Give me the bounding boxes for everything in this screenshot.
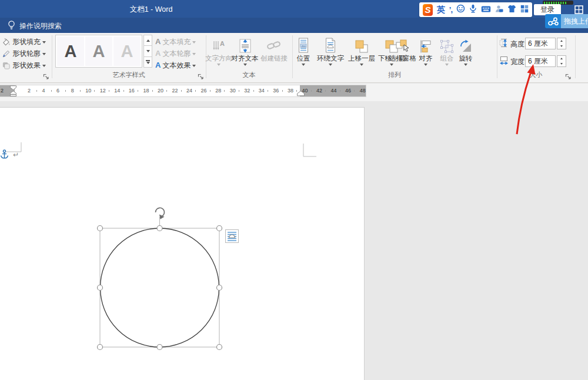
text-direction-icon: A [212, 34, 226, 54]
chevron-down-icon [424, 64, 427, 66]
group-separator [575, 35, 576, 78]
ime-punctuation-icon[interactable]: ’, [449, 5, 452, 14]
group-objects-label: 组合 [440, 55, 454, 62]
shape-outline-button[interactable]: 形状轮廓 [2, 48, 46, 59]
shape-width-icon [499, 56, 509, 68]
layout-options-button[interactable] [225, 229, 239, 243]
ime-language-mode[interactable]: 英 [437, 5, 445, 15]
align-text-button[interactable]: 对齐文本 [231, 34, 259, 66]
spin-up-button[interactable] [557, 56, 566, 61]
ime-voice-icon[interactable] [469, 4, 477, 15]
wordart-gallery-scroll[interactable] [143, 35, 152, 68]
spin-up-button[interactable] [557, 38, 566, 44]
text-effects-button[interactable]: A 文本效果 [155, 60, 196, 71]
tell-me-search-label[interactable]: 操作说明搜索 [19, 21, 62, 31]
wordart-style-option[interactable]: A [57, 36, 84, 66]
spin-down-button[interactable] [557, 44, 566, 49]
resize-handle-sw[interactable] [98, 345, 103, 350]
memory-meter-fill [544, 2, 567, 4]
wordart-style-gallery[interactable]: A A A [55, 35, 142, 68]
tell-me-bar[interactable]: 操作说明搜索 [0, 18, 588, 33]
bring-forward-icon [355, 34, 369, 54]
spin-down-button[interactable] [557, 61, 566, 66]
ruler-number: 2 [1, 88, 4, 94]
chevron-down-icon [42, 53, 46, 55]
text-outline-button[interactable]: A 文本轮廓 [155, 48, 196, 59]
ime-toolbox-icon[interactable] [520, 5, 529, 15]
ruler-tick [51, 90, 52, 92]
ruler-tick [181, 90, 182, 92]
position-button[interactable]: 位置 [293, 34, 313, 66]
resize-handle-e[interactable] [217, 285, 222, 291]
align-objects-button[interactable]: 对齐 [417, 34, 435, 66]
svg-text:A: A [220, 40, 225, 47]
ruler-tick [325, 90, 326, 92]
shape-height-input[interactable]: 6 厘米 [525, 38, 556, 49]
rotate-objects-button[interactable]: 旋转 [457, 34, 475, 66]
chevron-down-icon [464, 64, 467, 66]
document-area[interactable]: ↵ [0, 101, 588, 380]
shape-fill-label: 形状填充 [12, 37, 41, 47]
sogou-logo-icon[interactable]: S [423, 4, 433, 16]
wrap-text-button[interactable]: 环绕文字 [315, 34, 346, 66]
ruler-tick [296, 90, 297, 92]
resize-handle-n[interactable] [157, 226, 162, 231]
shape-width-input[interactable]: 6 厘米 [525, 55, 556, 67]
ruler-number: 36 [273, 88, 279, 94]
ruler-strip[interactable]: 2468101214161820222426283032343638404244… [0, 85, 366, 96]
wordart-style-option[interactable]: A [113, 36, 141, 66]
resize-handle-se[interactable] [217, 345, 222, 350]
resize-handle-ne[interactable] [217, 226, 222, 231]
ime-tshirt-icon[interactable] [507, 5, 516, 15]
shape-styles-dialog-launcher[interactable] [43, 72, 50, 79]
text-group-label: 文本 [206, 71, 292, 79]
ruler-tick [253, 90, 254, 92]
height-spinner[interactable] [557, 38, 566, 49]
ruler-tick [65, 90, 66, 92]
word-window: { "window": { "title": "文档1 - Word" }, "… [0, 0, 588, 380]
indent-markers-left[interactable] [9, 85, 18, 96]
selection-pane-label: 选择窗格 [389, 55, 416, 62]
layout-options-icon [227, 231, 237, 241]
rotate-objects-icon [459, 34, 473, 54]
ruler-number: 44 [331, 88, 337, 94]
netdisk-logo-icon[interactable] [545, 14, 561, 28]
align-text-label: 对齐文本 [232, 55, 259, 62]
text-outline-label: 文本轮廓 [162, 49, 191, 59]
sogou-ime-toolbar[interactable]: S 英 ’, [419, 2, 532, 17]
resize-handle-s[interactable] [157, 345, 162, 350]
wordart-style-option[interactable]: A [85, 36, 112, 66]
group-objects-button[interactable]: 组合 [437, 34, 456, 66]
position-icon [297, 34, 310, 54]
ime-skin-account-icon[interactable] [495, 5, 503, 15]
text-direction-button[interactable]: A 文字方向 [207, 34, 230, 66]
text-boundary-mark-right [302, 142, 318, 159]
text-effects-icon: A [155, 61, 161, 69]
bring-forward-button[interactable]: 上移一层 [347, 34, 376, 66]
resize-handle-w[interactable] [98, 285, 103, 291]
rotation-handle[interactable] [155, 208, 164, 219]
circle-shape[interactable] [101, 228, 219, 347]
create-link-button[interactable]: 创建链接 [259, 34, 289, 62]
selected-circle-shape[interactable] [88, 200, 229, 354]
wrap-text-icon [324, 34, 337, 54]
gallery-scroll-down-button[interactable] [143, 46, 152, 56]
shape-fill-button[interactable]: 形状填充 [2, 36, 46, 47]
triangle-down-icon [560, 63, 563, 65]
width-spinner[interactable] [557, 55, 566, 67]
ime-keyboard-icon[interactable] [481, 5, 491, 15]
align-objects-icon [419, 34, 433, 54]
text-fill-button[interactable]: A 文本填充 [155, 36, 196, 47]
gallery-scroll-up-button[interactable] [143, 35, 152, 46]
ruler-tick [354, 90, 355, 92]
ruler-number: 48 [360, 88, 366, 94]
shape-effects-button[interactable]: 形状效果 [2, 60, 46, 71]
ime-emoji-icon[interactable] [456, 4, 465, 15]
wordart-dialog-launcher[interactable] [198, 72, 205, 79]
size-dialog-launcher[interactable] [565, 72, 572, 79]
netdisk-upload-widget[interactable]: 拖拽上传 [545, 14, 588, 28]
resize-handle-nw[interactable] [98, 226, 103, 231]
selection-pane-button[interactable]: 选择窗格 [389, 34, 417, 62]
gallery-more-button[interactable] [143, 57, 152, 68]
netdisk-upload-label[interactable]: 拖拽上传 [561, 14, 588, 28]
